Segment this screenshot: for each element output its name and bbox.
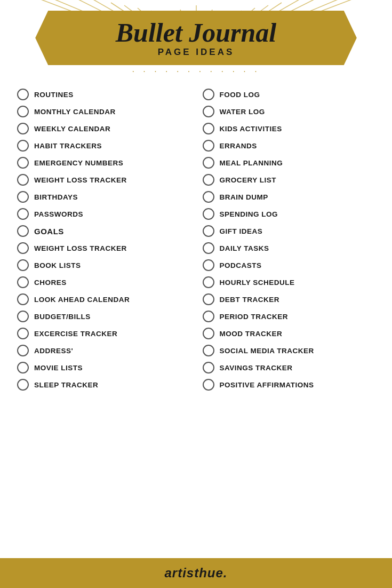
item-label: GIFT IDEAS: [220, 227, 263, 235]
item-label: PASSWORDS: [34, 210, 83, 218]
checkbox-circle[interactable]: [203, 123, 214, 134]
item-label: WEEKLY CALENDAR: [34, 125, 110, 133]
item-label: SAVINGS TRACKER: [220, 364, 293, 372]
item-label: BIRTHDAYS: [34, 193, 78, 201]
checkbox-circle[interactable]: [17, 191, 29, 203]
list-item: DEBT TRACKER: [202, 291, 377, 308]
list-item: ROUTINES: [16, 86, 191, 103]
item-label: MEAL PLANNING: [220, 159, 283, 167]
item-label: WATER LOG: [220, 108, 265, 116]
item-label: WEIGHT LOSS TRACKER: [34, 244, 127, 252]
checkbox-circle[interactable]: [17, 208, 29, 220]
left-column: ROUTINESMONTHLY CALENDARWEEKLY CALENDARH…: [16, 86, 196, 393]
item-label: EMERGENCY NUMBERS: [34, 159, 123, 167]
list-item: POSITIVE AFFIRMATIONS: [202, 376, 377, 393]
list-item: MEAL PLANNING: [202, 154, 377, 171]
page-subtitle: PAGE IDEAS: [158, 47, 235, 58]
item-label: KIDS ACTIVITIES: [220, 125, 282, 133]
item-label: DAILY TASKS: [220, 244, 269, 252]
checkbox-circle[interactable]: [203, 242, 214, 254]
item-label: ADDRESS': [34, 347, 73, 355]
list-item: FOOD LOG: [202, 86, 377, 103]
checkbox-circle[interactable]: [203, 157, 214, 169]
list-item: WATER LOG: [202, 103, 377, 120]
footer: artisthue.: [0, 558, 392, 588]
checkbox-circle[interactable]: [17, 106, 29, 117]
item-label: GROCERY LIST: [220, 176, 277, 184]
main-content: ROUTINESMONTHLY CALENDARWEEKLY CALENDARH…: [0, 81, 392, 558]
checklist-columns: ROUTINESMONTHLY CALENDARWEEKLY CALENDARH…: [16, 86, 376, 393]
item-label: ERRANDS: [220, 142, 257, 150]
list-item: MOOD TRACKER: [202, 325, 377, 342]
list-item: PERIOD TRACKER: [202, 308, 377, 325]
checkbox-circle[interactable]: [203, 328, 214, 339]
checkbox-circle[interactable]: [203, 345, 214, 356]
item-label: BRAIN DUMP: [220, 193, 268, 201]
checkbox-circle[interactable]: [203, 311, 214, 322]
deco-dots: · · · · · · · · · · · ·: [0, 67, 392, 76]
list-item: GROCERY LIST: [202, 171, 377, 188]
list-item: WEIGHT LOSS TRACKER: [16, 240, 191, 257]
page-title: Bullet Journal: [116, 19, 277, 46]
item-label: SLEEP TRACKER: [34, 381, 98, 389]
list-item: ADDRESS': [16, 342, 191, 359]
list-item: BRAIN DUMP: [202, 188, 377, 205]
item-label: HABIT TRACKERS: [34, 142, 102, 150]
list-item: HOURLY SCHEDULE: [202, 274, 377, 291]
checkbox-circle[interactable]: [17, 123, 29, 134]
item-label: PODCASTS: [220, 261, 262, 269]
list-item: WEEKLY CALENDAR: [16, 120, 191, 137]
checkbox-circle[interactable]: [17, 276, 29, 288]
item-label: WEIGHT LOSS TRACKER: [34, 176, 127, 184]
checkbox-circle[interactable]: [203, 106, 214, 117]
banner: Bullet Journal PAGE IDEAS · · · · · · · …: [0, 11, 392, 76]
list-item: SOCIAL MEDIA TRACKER: [202, 342, 377, 359]
header: Bullet Journal PAGE IDEAS · · · · · · · …: [0, 0, 392, 81]
checkbox-circle[interactable]: [17, 140, 29, 152]
item-label: POSITIVE AFFIRMATIONS: [220, 381, 314, 389]
checkbox-circle[interactable]: [17, 362, 29, 374]
checkbox-circle[interactable]: [17, 259, 29, 271]
checkbox-circle[interactable]: [203, 191, 214, 203]
item-label: ROUTINES: [34, 91, 74, 99]
list-item: HABIT TRACKERS: [16, 137, 191, 154]
checkbox-circle[interactable]: [203, 276, 214, 288]
item-label: GOALS: [34, 227, 64, 236]
checkbox-circle[interactable]: [17, 311, 29, 322]
list-item: WEIGHT LOSS TRACKER: [16, 171, 191, 188]
checkbox-circle[interactable]: [203, 174, 214, 186]
list-item: LOOK AHEAD CALENDAR: [16, 291, 191, 308]
list-item: CHORES: [16, 274, 191, 291]
checkbox-circle[interactable]: [203, 89, 214, 100]
list-item: BUDGET/BILLS: [16, 308, 191, 325]
checkbox-circle[interactable]: [17, 345, 29, 356]
checkbox-circle[interactable]: [17, 293, 29, 305]
checkbox-circle[interactable]: [203, 293, 214, 305]
checkbox-circle[interactable]: [17, 225, 29, 237]
item-label: FOOD LOG: [220, 91, 260, 99]
item-label: PERIOD TRACKER: [220, 313, 289, 321]
checkbox-circle[interactable]: [203, 379, 214, 391]
checkbox-circle[interactable]: [17, 174, 29, 186]
checkbox-circle[interactable]: [203, 362, 214, 374]
list-item: PODCASTS: [202, 257, 377, 274]
list-item: SPENDING LOG: [202, 205, 377, 223]
checkbox-circle[interactable]: [17, 328, 29, 339]
item-label: LOOK AHEAD CALENDAR: [34, 296, 130, 304]
checkbox-circle[interactable]: [203, 259, 214, 271]
checkbox-circle[interactable]: [17, 157, 29, 169]
item-label: SOCIAL MEDIA TRACKER: [220, 347, 314, 355]
list-item: GOALS: [16, 223, 191, 240]
list-item: EMERGENCY NUMBERS: [16, 154, 191, 171]
brand-name: artisthue.: [164, 566, 227, 580]
checkbox-circle[interactable]: [203, 225, 214, 237]
checkbox-circle[interactable]: [17, 379, 29, 391]
checkbox-circle[interactable]: [203, 140, 214, 152]
item-label: BOOK LISTS: [34, 261, 81, 269]
banner-ribbon: Bullet Journal PAGE IDEAS: [35, 11, 357, 65]
item-label: DEBT TRACKER: [220, 296, 280, 304]
checkbox-circle[interactable]: [17, 89, 29, 100]
checkbox-circle[interactable]: [203, 208, 214, 220]
checkbox-circle[interactable]: [17, 242, 29, 254]
item-label: MOVIE LISTS: [34, 364, 83, 372]
